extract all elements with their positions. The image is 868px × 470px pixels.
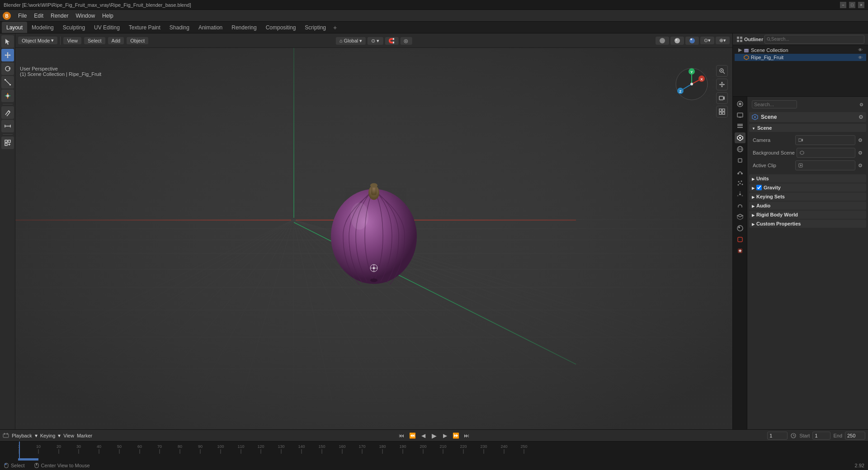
prop-icon-object[interactable] xyxy=(735,155,745,166)
menu-help[interactable]: Help xyxy=(99,11,117,20)
gravity-checkbox[interactable] xyxy=(756,185,762,190)
tab-texture-paint[interactable]: Texture Paint xyxy=(124,22,165,33)
viewport[interactable]: Object Mode ▾ View Select Add Object ⌂ G… xyxy=(15,33,732,429)
rigid-body-section-header[interactable]: Rigid Body World xyxy=(749,211,866,219)
navigation-gizmo[interactable]: Y X Z xyxy=(674,66,710,102)
camera-view-btn[interactable] xyxy=(716,92,728,104)
prop-icon-constraints[interactable] xyxy=(735,200,745,211)
prop-icon-data[interactable] xyxy=(735,212,745,222)
prop-icon-extra-1[interactable] xyxy=(735,234,745,245)
prev-frame-btn[interactable]: ⏪ xyxy=(407,431,417,440)
viewport-shading-rendered-btn[interactable] xyxy=(685,37,699,45)
global-transform-btn[interactable]: ⌂ Global ▾ xyxy=(336,37,366,45)
gravity-section-header[interactable]: Gravity xyxy=(749,183,866,192)
properties-options-btn[interactable]: ⚙ xyxy=(859,102,863,107)
transform-tool-button[interactable] xyxy=(1,89,14,102)
jump-start-btn[interactable]: ⏮ xyxy=(396,431,406,440)
cursor-tool-button[interactable] xyxy=(1,35,14,48)
proportional-btn[interactable]: ◎ xyxy=(400,37,412,45)
jump-end-btn[interactable]: ⏭ xyxy=(462,431,472,440)
move-tool-button[interactable] xyxy=(1,49,14,61)
custom-section-header[interactable]: Custom Properties xyxy=(749,220,866,228)
minimize-button[interactable]: − xyxy=(840,2,846,8)
play-btn[interactable]: ▶ xyxy=(429,431,439,440)
prop-icon-view-layer[interactable] xyxy=(735,121,745,132)
tab-shading[interactable]: Shading xyxy=(165,22,194,33)
collection-visibility-toggle[interactable]: 👁 xyxy=(858,47,863,52)
menu-render[interactable]: Render xyxy=(47,11,72,20)
gizmo-toggle-btn[interactable]: ⊕▾ xyxy=(716,37,730,44)
annotate-tool-button[interactable] xyxy=(1,106,14,119)
viewport-shading-material-btn[interactable] xyxy=(670,37,684,45)
menu-window[interactable]: Window xyxy=(72,11,99,20)
camera-select-btn[interactable]: ⚙ xyxy=(858,137,863,143)
outliner-fig-item[interactable]: Ripe_Fig_Fruit 👁 xyxy=(735,54,866,61)
units-section-header[interactable]: Units xyxy=(749,174,866,183)
grid-view-btn[interactable] xyxy=(716,106,728,118)
prop-icon-scene[interactable] xyxy=(735,132,745,143)
overlay-toggle-btn[interactable]: ⊙▾ xyxy=(700,37,714,44)
tab-scripting[interactable]: Scripting xyxy=(300,22,330,33)
end-frame-input[interactable] xyxy=(845,432,865,440)
active-clip-field[interactable] xyxy=(795,160,855,170)
next-frame-btn[interactable]: ⏩ xyxy=(451,431,461,440)
clip-select-btn[interactable]: ⚙ xyxy=(858,163,863,169)
viewport-shading-solid-btn[interactable] xyxy=(656,37,669,45)
tab-uv-editing[interactable]: UV Editing xyxy=(90,22,124,33)
tab-animation[interactable]: Animation xyxy=(194,22,227,33)
prop-icon-material[interactable] xyxy=(735,223,745,234)
keying-section-header[interactable]: Keying Sets xyxy=(749,193,866,201)
tab-layout[interactable]: Layout xyxy=(2,22,27,33)
camera-field[interactable] xyxy=(795,135,855,145)
prop-icon-particles[interactable] xyxy=(735,178,745,188)
measure-tool-button[interactable] xyxy=(1,120,14,132)
keying-label[interactable]: Keying xyxy=(40,433,56,438)
prop-icon-modifier[interactable] xyxy=(735,166,745,177)
start-frame-input[interactable] xyxy=(812,432,830,440)
bg-scene-field[interactable] xyxy=(797,148,855,158)
bg-scene-select-btn[interactable]: ⚙ xyxy=(858,150,863,156)
outliner-search[interactable] xyxy=(771,37,862,42)
tab-rendering[interactable]: Rendering xyxy=(227,22,261,33)
scene-section-header[interactable]: Scene xyxy=(749,124,866,132)
view-label[interactable]: View xyxy=(63,433,74,438)
object-mode-dropdown[interactable]: Object Mode ▾ xyxy=(18,37,57,44)
zoom-viewport-btn[interactable] xyxy=(716,65,728,77)
prop-icon-extra-2[interactable] xyxy=(735,245,745,256)
playback-label[interactable]: Playback xyxy=(12,433,32,438)
tab-sculpting[interactable]: Sculpting xyxy=(58,22,90,33)
item-visibility[interactable]: 👁 xyxy=(858,55,863,60)
prop-icon-physics[interactable] xyxy=(735,189,745,200)
next-keyframe-btn[interactable]: ▶ xyxy=(440,431,450,440)
tab-add[interactable]: + xyxy=(330,23,340,33)
marker-label[interactable]: Marker xyxy=(77,433,92,438)
scale-tool-button[interactable] xyxy=(1,76,14,89)
tab-modeling[interactable]: Modeling xyxy=(27,22,58,33)
close-button[interactable]: × xyxy=(858,2,864,8)
pivot-point-btn[interactable]: ⊙ ▾ xyxy=(368,37,383,45)
view-menu-btn[interactable]: View xyxy=(63,37,81,44)
snap-btn[interactable]: 🧲 xyxy=(385,37,398,45)
prop-icon-world[interactable] xyxy=(735,144,745,155)
add-object-button[interactable] xyxy=(1,136,14,149)
prev-keyframe-btn[interactable]: ◀ xyxy=(418,431,428,440)
scene-expand-btn[interactable]: ⚙ xyxy=(859,114,863,120)
current-frame-input[interactable] xyxy=(767,432,788,440)
viewport-canvas[interactable]: User Perspective (1) Scene Collection | … xyxy=(15,48,732,429)
select-menu-btn[interactable]: Select xyxy=(84,37,105,44)
menu-edit[interactable]: Edit xyxy=(30,11,47,20)
prop-icon-output[interactable] xyxy=(735,110,745,121)
menu-file[interactable]: File xyxy=(14,11,30,20)
audio-section-header[interactable]: Audio xyxy=(749,202,866,210)
timeline-ruler[interactable]: 1 10 20 30 40 50 xyxy=(0,442,868,461)
pan-viewport-btn[interactable] xyxy=(716,79,728,90)
tab-compositing[interactable]: Compositing xyxy=(261,22,301,33)
outliner-scene-collection[interactable]: ▶ Scene Collection 👁 xyxy=(735,46,866,54)
blender-logo[interactable]: B xyxy=(2,11,12,21)
add-menu-btn[interactable]: Add xyxy=(108,37,124,44)
prop-icon-render[interactable] xyxy=(735,99,745,109)
object-menu-btn[interactable]: Object xyxy=(127,37,148,44)
properties-search[interactable] xyxy=(752,100,797,108)
rotate-tool-button[interactable] xyxy=(1,62,14,75)
maximize-button[interactable]: □ xyxy=(849,2,855,8)
